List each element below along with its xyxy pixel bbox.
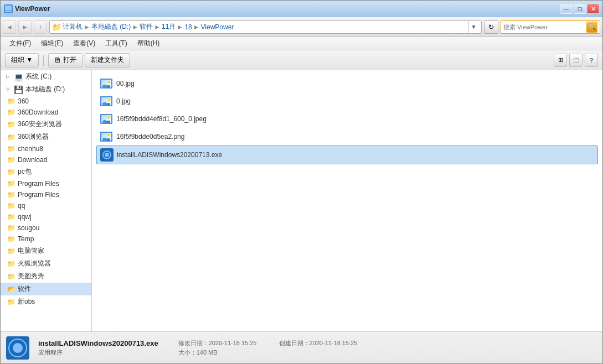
address-folder-icon: 📁 bbox=[52, 23, 61, 32]
sidebar-label-pcmanager: 电脑管家 bbox=[18, 246, 44, 256]
address-dropdown-arrow[interactable]: ▼ bbox=[468, 20, 479, 34]
sidebar-item-drive-d[interactable]: ▽ 💾 本地磁盘 (D:) bbox=[1, 83, 91, 96]
file-item-exe[interactable]: installLADISWindows20200713.exe bbox=[96, 145, 598, 164]
file-item-0jpg[interactable]: 0.jpg bbox=[96, 92, 598, 110]
sidebar-item-pcbao[interactable]: 📁 pc包 bbox=[1, 165, 91, 178]
open-button[interactable]: 🖹 打开 bbox=[48, 53, 83, 67]
sidebar-item-programfiles2[interactable]: 📁 Program Files bbox=[1, 189, 91, 200]
expand-icon: ▷ bbox=[6, 74, 12, 79]
minimize-button[interactable]: ─ bbox=[560, 4, 573, 14]
file-item-jpeg1[interactable]: 16f5f9bddd4ef8d1_600_0.jpeg bbox=[96, 110, 598, 128]
sidebar-label-pcbao: pc包 bbox=[18, 167, 32, 176]
sidebar-label-firefox: 火狐浏览器 bbox=[18, 259, 51, 268]
menu-view[interactable]: 查看(V) bbox=[69, 38, 100, 49]
title-bar-left: ViewPower bbox=[4, 4, 50, 13]
sidebar-item-360browse2[interactable]: 📁 360浏览器 bbox=[1, 131, 91, 143]
breadcrumb-drive[interactable]: 本地磁盘 (D:) bbox=[91, 22, 131, 32]
file-name-jpeg1: 16f5f9bddd4ef8d1_600_0.jpeg bbox=[116, 115, 207, 123]
sidebar-item-qqwj[interactable]: 📁 qqwj bbox=[1, 211, 91, 222]
search-input[interactable] bbox=[503, 24, 586, 30]
sidebar-item-firefox[interactable]: 📁 火狐浏览器 bbox=[1, 257, 91, 270]
file-name-0jpg: 0.jpg bbox=[116, 97, 131, 105]
sidebar-item-360download[interactable]: 📁 360Download bbox=[1, 107, 91, 118]
breadcrumb-day[interactable]: 18 bbox=[184, 23, 192, 31]
sidebar-item-sougou[interactable]: 📁 sougou bbox=[1, 222, 91, 233]
folder-icon-qqwj: 📁 bbox=[7, 213, 16, 221]
sidebar-item-temp[interactable]: 📁 Temp bbox=[1, 233, 91, 245]
sidebar-label-qqwj: qqwj bbox=[18, 213, 32, 221]
sidebar-label-360: 360 bbox=[18, 97, 29, 105]
up-button[interactable]: ↑ bbox=[34, 20, 47, 34]
folder-icon-download: 📁 bbox=[7, 156, 16, 164]
title-bar: ViewPower ─ □ ✕ bbox=[1, 1, 602, 17]
sidebar-item-360[interactable]: 📁 360 bbox=[1, 96, 91, 107]
close-button[interactable]: ✕ bbox=[587, 4, 599, 14]
folder-icon-pf2: 📁 bbox=[7, 191, 16, 199]
window-controls: ─ □ ✕ bbox=[560, 4, 599, 14]
folder-icon-temp: 📁 bbox=[7, 235, 16, 243]
sidebar-label-ruanjian: 软件 bbox=[18, 284, 31, 294]
sidebar-item-qq[interactable]: 📁 qq bbox=[1, 200, 91, 211]
open-label: 打开 bbox=[63, 55, 76, 65]
address-bar[interactable]: 📁 计算机 ► 本地磁盘 (D:) ► 软件 ► 11月 ► 18 ► View… bbox=[49, 20, 482, 34]
status-file-icon bbox=[6, 336, 29, 360]
breadcrumb-month[interactable]: 11月 bbox=[162, 22, 176, 32]
sidebar-item-programfiles1[interactable]: 📁 Program Files bbox=[1, 178, 91, 189]
menu-tools[interactable]: 工具(T) bbox=[101, 38, 131, 49]
view-toggle-button-2[interactable]: ⬚ bbox=[569, 54, 583, 67]
sidebar-label-download: Download bbox=[18, 156, 47, 164]
view-toggle-button-1[interactable]: ⊞ bbox=[554, 54, 567, 67]
folder-icon-pcbao: 📁 bbox=[7, 168, 16, 176]
expand-icon-d: ▽ bbox=[6, 87, 12, 92]
breadcrumb-viewpower[interactable]: ViewPower bbox=[201, 23, 234, 31]
back-button[interactable]: ◄ bbox=[3, 20, 16, 34]
refresh-button[interactable]: ↻ bbox=[484, 20, 498, 34]
breadcrumb-computer[interactable]: 计算机 bbox=[63, 22, 83, 32]
file-item-00jpg[interactable]: 00.jpg bbox=[96, 75, 598, 92]
search-button[interactable]: 🔍 bbox=[586, 22, 597, 33]
toolbar: 组织 ▼ 🖹 打开 新建文件夹 ⊞ ⬚ ? bbox=[1, 50, 602, 70]
menu-file[interactable]: 文件(F) bbox=[5, 38, 35, 49]
maximize-button[interactable]: □ bbox=[574, 4, 586, 14]
organize-label: 组织 ▼ bbox=[11, 55, 33, 65]
nav-bar: ◄ ► ↑ 📁 计算机 ► 本地磁盘 (D:) ► 软件 ► 11月 ► 18 … bbox=[1, 17, 602, 37]
drive-c-icon: 💻 bbox=[14, 72, 23, 81]
file-icon-png1 bbox=[100, 130, 113, 143]
toolbar-separator-1 bbox=[43, 55, 44, 66]
sidebar-item-ruanjian[interactable]: 📂 软件 bbox=[1, 283, 91, 295]
status-meta: 修改日期：2020-11-18 15:25 大小：140 MB 创建日期：202… bbox=[178, 339, 358, 357]
sidebar-item-download[interactable]: 📁 Download bbox=[1, 154, 91, 165]
window: ViewPower ─ □ ✕ ◄ ► ↑ 📁 计算机 ► 本地磁盘 (D:) … bbox=[0, 0, 603, 364]
new-folder-button[interactable]: 新建文件夹 bbox=[85, 53, 130, 67]
status-filename: installLADISWindows20200713.exe bbox=[38, 339, 158, 347]
sidebar-label-d: 本地磁盘 (D:) bbox=[25, 85, 65, 94]
sidebar-item-system-c[interactable]: ▷ 💻 系统 (C:) bbox=[1, 70, 91, 83]
status-size-label: 大小：140 MB bbox=[178, 349, 257, 357]
status-modified: 修改日期：2020-11-18 15:25 大小：140 MB bbox=[178, 339, 257, 357]
organize-button[interactable]: 组织 ▼ bbox=[5, 53, 39, 67]
sidebar-item-chenhu8[interactable]: 📁 chenhu8 bbox=[1, 143, 91, 154]
open-icon: 🖹 bbox=[54, 56, 61, 64]
breadcrumb-software[interactable]: 软件 bbox=[140, 22, 153, 32]
menu-edit[interactable]: 编辑(E) bbox=[37, 38, 68, 49]
sidebar-item-meitu[interactable]: 📁 美图秀秀 bbox=[1, 270, 91, 283]
sidebar-item-360browser[interactable]: 📁 360安全浏览器 bbox=[1, 118, 91, 131]
sidebar-label-360browse2: 360浏览器 bbox=[18, 132, 49, 142]
file-item-png1[interactable]: 16f5f9bdde0d5ea2.png bbox=[96, 128, 598, 145]
new-folder-label: 新建文件夹 bbox=[91, 55, 124, 65]
sidebar-label-temp: Temp bbox=[18, 235, 34, 243]
drive-d-icon: 💾 bbox=[14, 85, 23, 94]
file-icon-jpeg1 bbox=[100, 112, 113, 126]
svg-rect-0 bbox=[5, 6, 12, 10]
sidebar-item-pcmanager[interactable]: 📁 电脑管家 bbox=[1, 245, 91, 257]
sidebar-label-pf2: Program Files bbox=[18, 191, 59, 199]
forward-button[interactable]: ► bbox=[18, 20, 32, 34]
folder-icon-pf1: 📁 bbox=[7, 180, 16, 188]
menu-help[interactable]: 帮助(H) bbox=[133, 38, 164, 49]
folder-icon-sougou: 📁 bbox=[7, 224, 16, 232]
help-button[interactable]: ? bbox=[585, 54, 598, 67]
folder-icon-ruanjian: 📂 bbox=[7, 285, 16, 293]
folder-icon-chenhu8: 📁 bbox=[7, 145, 16, 153]
sidebar-item-newobs[interactable]: 📁 新obs bbox=[1, 295, 91, 308]
status-modified-label: 修改日期：2020-11-18 15:25 bbox=[178, 339, 257, 347]
